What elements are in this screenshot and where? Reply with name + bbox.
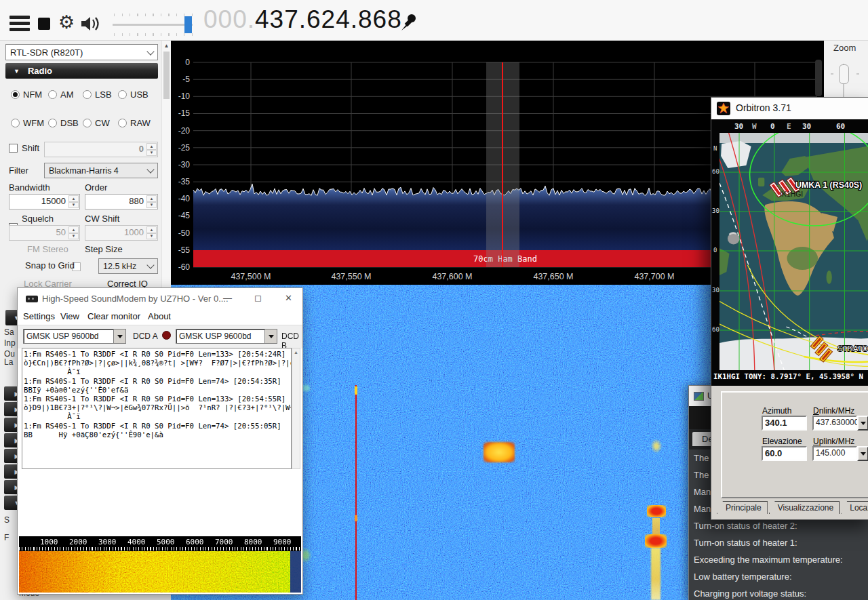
step-size-select[interactable]: 12.5 kHz (98, 258, 158, 274)
orbitron-titlebar[interactable]: Orbitron 3.71 (711, 98, 868, 119)
modem-a-select[interactable]: GMSK USP 9600bd (23, 329, 126, 344)
menu-about[interactable]: About (148, 311, 171, 321)
maximize-icon[interactable]: ◻ (254, 293, 262, 303)
filter-select[interactable]: Blackman-Harris 4 (44, 163, 158, 178)
map-longitude-labels: 30 W 0 E 30 60 (711, 122, 868, 132)
elevation-field[interactable]: 60.0 (762, 446, 807, 461)
monitor-scrollbar[interactable]: ▲ (292, 348, 300, 469)
volume-ticks-top (114, 14, 193, 16)
menu-clear-monitor[interactable]: Clear monitor (87, 311, 140, 321)
cw-shift-input[interactable]: 1000▲▼ (85, 225, 158, 241)
volume-ticks-bottom (114, 33, 193, 36)
volume-slider-track[interactable] (113, 24, 193, 26)
signal-speck-1 (651, 439, 662, 453)
squelch-label: Squelch (22, 214, 54, 224)
svg-text:437,700 M: 437,700 M (634, 272, 674, 281)
telemetry-line: Exceeding the maximum temperature: (694, 555, 843, 565)
azimuth-field[interactable]: 340.1 (762, 416, 807, 431)
close-icon[interactable]: ✕ (285, 293, 292, 303)
combo-dropdown-button[interactable] (113, 329, 125, 343)
shift-input[interactable]: 0▲▼ (44, 142, 158, 157)
bandwidth-spinner[interactable]: ▲▼ (68, 195, 79, 208)
azimuth-label: Azimuth (762, 406, 791, 416)
downlink-select[interactable]: 437.630000 (812, 416, 857, 431)
gear-icon[interactable]: ⚙ (58, 12, 75, 33)
scroll-up-arrow-icon[interactable]: ▲ (162, 43, 171, 49)
collapse-triangle-icon: ▼ (14, 68, 20, 75)
scale-tick-label: 4000 (127, 538, 146, 546)
waterfall-tuning-hotspot2 (355, 515, 357, 521)
section-header-radio[interactable]: ▼ Radio (5, 63, 158, 79)
orbitron-title: Orbitron 3.71 (736, 102, 791, 113)
db-axis-labels: 0-5 -10-15 -20-25 -30-35 -40-45 -50-55 -… (178, 58, 191, 272)
svg-text:-55: -55 (178, 245, 191, 255)
panel-scrollbar[interactable]: ▲ (161, 41, 171, 287)
step-size-label: Step Size (85, 244, 123, 254)
snap-to-grid-label: Snap to Grid (25, 260, 75, 271)
scale-tick-label: 5000 (157, 538, 175, 546)
panel-fragment-inp: Inp (4, 338, 16, 348)
tab-principale[interactable]: Principale (717, 501, 768, 514)
scale-tick-label: 3000 (98, 538, 117, 546)
svg-text:437,500 M: 437,500 M (231, 272, 271, 281)
svg-text:0: 0 (185, 58, 190, 67)
shift-spinner[interactable]: ▲▼ (146, 143, 157, 156)
zoom-slider-thumb[interactable] (839, 64, 849, 84)
filter-label: Filter (9, 165, 28, 176)
scroll-up-arrow-icon[interactable]: ▲ (292, 350, 300, 355)
svg-text:-10: -10 (178, 92, 191, 101)
spectrum-range-slider[interactable] (815, 60, 822, 96)
map-latitude-labels: N 60 30 0 30 60 (711, 133, 719, 370)
speaker-icon[interactable] (80, 15, 100, 35)
modem-b-select[interactable]: GMSK USP 9600bd (176, 329, 277, 344)
menu-settings[interactable]: Settings (23, 311, 55, 321)
svg-text:437,650 M: 437,650 M (533, 272, 573, 281)
signal-burst (484, 442, 515, 462)
source-select[interactable]: RTL-SDR (R820T) (5, 44, 158, 60)
order-spinner[interactable]: ▲▼ (146, 195, 157, 208)
shift-checkbox[interactable] (9, 144, 18, 153)
bandwidth-label: Bandwidth (9, 182, 50, 193)
svg-text:-40: -40 (178, 194, 191, 203)
satellite-label-umka: UMKA 1 (RS40S) (795, 180, 862, 190)
telemetry-line: Turn-on status of heater 2: (694, 521, 843, 531)
combo-dropdown-button[interactable] (264, 329, 277, 343)
step-size-value: 12.5 kHz (103, 262, 136, 271)
svg-text:-15: -15 (178, 108, 191, 118)
pin-icon[interactable] (399, 12, 418, 35)
squelch-input[interactable]: 50▲▼ (9, 225, 80, 241)
tab-locazione[interactable]: Locazione (841, 501, 868, 514)
uplink-dropdown-button[interactable] (857, 446, 868, 461)
cw-shift-spinner[interactable]: ▲▼ (146, 226, 157, 239)
chevron-down-icon (146, 261, 154, 268)
stop-button[interactable] (38, 18, 50, 30)
world-map[interactable]: IK1HGI UMKA 1 (RS40S) STRATOS (719, 133, 868, 370)
svg-text:-20: -20 (178, 126, 191, 136)
downlink-dropdown-button[interactable] (857, 416, 868, 431)
modem-b-value: GMSK USP 9600bd (176, 332, 254, 341)
frequency-display[interactable]: 000.437.624.868 (203, 5, 402, 34)
tab-visualizzazione[interactable]: Visualizzazione (769, 501, 840, 514)
menu-view[interactable]: View (60, 311, 79, 321)
bandwidth-input[interactable]: 15000▲▼ (9, 194, 80, 209)
scale-tick-label: 1000 (40, 538, 58, 546)
modem-selector-row: GMSK USP 9600bd DCD A GMSK USP 9600bd DC… (18, 325, 302, 348)
scale-tick-label: 9000 (273, 538, 292, 546)
panel-fragment-f: F (4, 533, 9, 542)
orbitron-window[interactable]: Orbitron 3.71 30 W 0 E 30 60 N 60 30 0 3… (711, 97, 868, 520)
volume-slider-thumb[interactable] (184, 16, 192, 33)
panel-scrollbar-thumb[interactable] (163, 52, 170, 99)
order-input[interactable]: 880▲▼ (85, 194, 158, 209)
uplink-select[interactable]: 145.000 (812, 446, 857, 461)
svg-text:437,550 M: 437,550 M (331, 272, 371, 281)
signal-streak-1 (652, 518, 660, 536)
minimize-icon[interactable]: — (223, 293, 232, 303)
packet-monitor[interactable]: 1:Fm RS40S-1 To R3DDF <I R R0 S0 Pid=F0 … (22, 348, 292, 469)
monitor-line: ò}€Cn|)B€?fPh?Ø>|?|çø>||k¾¸08?¾®?t| >[W¥… (24, 359, 291, 367)
hamburger-menu-icon[interactable] (9, 16, 30, 34)
soundmodem-titlebar[interactable]: High-Speed SoundModem by UZ7HO - Ver 0..… (18, 288, 302, 309)
soundmodem-window[interactable]: High-Speed SoundModem by UZ7HO - Ver 0..… (17, 287, 303, 595)
orbitron-status: IK1HGI TONY: 8.7917° E, 45.3958° N (713, 372, 863, 381)
signal-red-blob-1 (647, 505, 666, 517)
squelch-spinner[interactable]: ▲▼ (68, 226, 79, 239)
